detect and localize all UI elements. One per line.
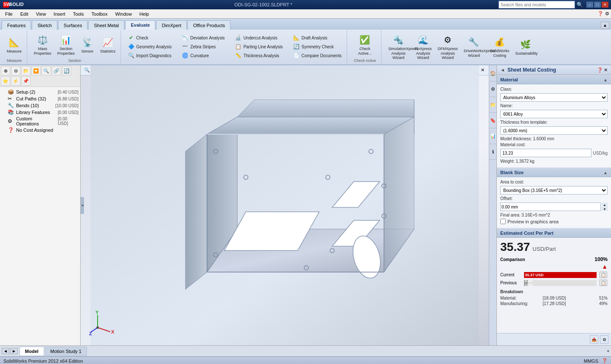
thickness-select[interactable]: (1.6000 mm) (2.0000 mm) (3.0000 mm) bbox=[500, 126, 608, 135]
rsi-chart[interactable]: 📊 bbox=[489, 129, 497, 144]
rsi-bookmark[interactable]: 🔖 bbox=[489, 113, 497, 128]
rsi-home[interactable]: 🏠 bbox=[489, 66, 497, 81]
menu-tools[interactable]: Tools bbox=[70, 9, 87, 19]
material-section-header[interactable]: Material ▲ bbox=[497, 75, 611, 84]
close-button[interactable]: ✕ bbox=[602, 2, 608, 8]
rp-export-btn[interactable]: 📤 bbox=[590, 335, 598, 344]
btn-dfmxpress[interactable]: ⚙ DFMXpressAnalysisWizard bbox=[436, 32, 460, 61]
search-input[interactable] bbox=[499, 1, 575, 8]
tab-features[interactable]: Features bbox=[2, 20, 31, 30]
rsi-folder[interactable]: 📁 bbox=[489, 97, 497, 113]
btn-import-diagnostics[interactable]: 🔍 Import Diagnostics bbox=[126, 51, 173, 60]
rp-close-icon[interactable]: ✕ bbox=[604, 67, 608, 73]
lt-btn-star[interactable]: ⭐ bbox=[1, 76, 10, 86]
menu-edit[interactable]: Edit bbox=[17, 9, 32, 19]
menu-insert[interactable]: Insert bbox=[50, 9, 69, 19]
lt-btn-link[interactable]: 🔗 bbox=[52, 66, 61, 75]
tab-add-icon[interactable]: + bbox=[607, 349, 609, 353]
panel-collapse-handle[interactable]: ◄ bbox=[81, 197, 84, 214]
rp-back-icon[interactable]: ◄ bbox=[500, 67, 505, 72]
tab-dimxpert[interactable]: DimXpert bbox=[156, 20, 187, 30]
btn-undercut-analysis[interactable]: 🔬 Undercut Analysis bbox=[233, 33, 285, 42]
btn-statistics[interactable]: 📈 Statistics bbox=[98, 35, 117, 55]
copy-current-icon[interactable]: 📋 bbox=[600, 272, 607, 278]
help-icon[interactable]: ❓ bbox=[597, 11, 603, 17]
menu-toolbox[interactable]: Toolbox bbox=[88, 9, 111, 19]
maximize-button[interactable]: □ bbox=[594, 2, 601, 8]
lt-btn-expand[interactable]: ⊕ bbox=[1, 66, 10, 75]
btn-thickness-analysis[interactable]: 📏 Thickness Analysis bbox=[233, 51, 285, 60]
preview-checkbox[interactable] bbox=[500, 219, 506, 224]
tab-sheet-metal[interactable]: Sheet Metal bbox=[88, 20, 124, 30]
analysis-col-1: ✔ Check 🔷 Geometry Analysis 🔍 Import Dia… bbox=[126, 31, 173, 62]
lt-btn-folder[interactable]: 📁 bbox=[21, 66, 31, 75]
copy-previous-icon[interactable]: 📋 bbox=[600, 280, 607, 286]
btn-check-active[interactable]: ✅ CheckActive... bbox=[352, 32, 378, 57]
rsi-settings[interactable]: ⚙ bbox=[489, 82, 497, 97]
btn-mass-properties[interactable]: ⚖️ MassProperties bbox=[32, 32, 53, 57]
offset-up[interactable]: ▲ bbox=[602, 203, 608, 207]
area-select[interactable]: Bounding Box (3.16E+5 mm^2) Actual Area … bbox=[500, 186, 608, 195]
btn-section-properties[interactable]: 📊 SectionProperties bbox=[56, 32, 76, 57]
tree-item[interactable]: 🔧 Bends (10) [10.00 USD] bbox=[0, 102, 80, 109]
btn-driveworks[interactable]: 🔧 DriveWorksXpressWizard bbox=[462, 34, 486, 59]
lt-btn-search[interactable]: 🔍 bbox=[42, 66, 51, 75]
ribbon-collapse-icon[interactable]: ▲ bbox=[601, 22, 609, 29]
options-icon[interactable]: ⚙ bbox=[605, 11, 609, 17]
btn-simulationxpress[interactable]: 🔩 SimulationXpressAnalysisWizard bbox=[387, 32, 410, 61]
rp-settings-btn[interactable]: ⚙ bbox=[600, 335, 608, 344]
btn-floxpress[interactable]: 🌊 FloXpressAnalysisWizard bbox=[413, 32, 434, 61]
lt-btn-lightning[interactable]: ⚡ bbox=[11, 76, 20, 86]
btn-parting-line[interactable]: 📋 Parting Line Analysis bbox=[233, 42, 285, 51]
btn-costing-label: SolidWorksCosting bbox=[490, 49, 509, 58]
tree-item[interactable]: ❓ No Cost Assigned bbox=[0, 127, 80, 133]
btn-measure[interactable]: 📐 Measure bbox=[5, 35, 23, 55]
btn-check[interactable]: ✔ Check bbox=[126, 33, 173, 42]
btn-geometry-analysis[interactable]: 🔷 Geometry Analysis bbox=[126, 42, 173, 51]
btn-compare-docs[interactable]: 📄 Compare Documents bbox=[291, 51, 343, 60]
btn-symmetry-check[interactable]: 🔄 Symmetry Check bbox=[291, 42, 343, 51]
svg-text:SOLIDWORKS: SOLIDWORKS bbox=[9, 2, 24, 7]
main-area: ⊕ ⊖ 📁 🔽 🔍 🔗 🔄 ⭐ ⚡ 📌 📦 Setup (2) [0.40 US… bbox=[0, 65, 611, 345]
btn-curvature[interactable]: 🌀 Curvature bbox=[180, 51, 226, 60]
menu-help[interactable]: Help bbox=[136, 9, 153, 19]
btn-costing[interactable]: 💰 SolidWorksCosting bbox=[488, 34, 511, 59]
nav-left[interactable]: ◄ bbox=[2, 348, 9, 354]
tab-surfaces[interactable]: Surfaces bbox=[58, 20, 87, 30]
minimize-button[interactable]: − bbox=[586, 2, 593, 8]
nav-right[interactable]: ► bbox=[10, 348, 18, 354]
menu-file[interactable]: File bbox=[2, 9, 16, 19]
lt-btn-pin[interactable]: 📌 bbox=[21, 76, 31, 86]
class-select[interactable]: Aluminium Alloys Steel Stainless Steel bbox=[500, 93, 608, 102]
tab-office-products[interactable]: Office Products bbox=[188, 20, 230, 30]
tree-item[interactable]: ⚙ Custom Operations [0.00 USD] bbox=[0, 116, 80, 127]
tab-sketch[interactable]: Sketch bbox=[32, 20, 57, 30]
tree-item[interactable]: 📦 Setup (2) [0.40 USD] bbox=[0, 89, 80, 95]
rp-help-icon[interactable]: ❓ bbox=[597, 67, 603, 73]
rsi-info[interactable]: ℹ bbox=[489, 144, 497, 160]
offset-input[interactable] bbox=[500, 203, 601, 211]
viewport[interactable]: 🔍 🔎 🔄 ✋ ⬜ 🔲 ⬡ ✂ 🎨 💡 🌄 ⋯ ⊟ ⊞ ⊠ ⛶ ✕ bbox=[81, 65, 489, 345]
btn-sensor[interactable]: 📡 Sensor bbox=[79, 35, 96, 55]
name-select[interactable]: 6061 Alloy 5052-H32 3003-H14 bbox=[500, 110, 608, 118]
lt-btn-rotate[interactable]: 🔄 bbox=[62, 66, 71, 75]
btn-deviation-analysis[interactable]: 📉 Deviation Analysis bbox=[180, 33, 226, 42]
status-help[interactable]: ❓ bbox=[602, 358, 608, 364]
menu-window[interactable]: Window bbox=[112, 9, 135, 19]
blank-size-header[interactable]: Blank Size ▲ bbox=[497, 168, 611, 177]
tab-model[interactable]: Model bbox=[20, 347, 44, 356]
offset-down[interactable]: ▼ bbox=[602, 207, 608, 211]
btn-draft-analysis[interactable]: 📐 Draft Analysis bbox=[291, 33, 343, 42]
search-icon[interactable]: 🔍 bbox=[577, 2, 583, 8]
lt-btn-collapse[interactable]: ⊖ bbox=[11, 66, 20, 75]
tab-motion-study[interactable]: Motion Study 1 bbox=[45, 347, 87, 356]
btn-zebra-stripes[interactable]: 〰 Zebra Stripes bbox=[180, 42, 226, 51]
tab-evaluate[interactable]: Evaluate bbox=[125, 20, 155, 30]
tree-item[interactable]: 📚 Library Features [0.00 USD] bbox=[0, 109, 80, 116]
btn-sustainability[interactable]: 🌿 Sustainability bbox=[513, 37, 537, 57]
material-cost-input[interactable] bbox=[500, 149, 591, 157]
lt-btn-filter[interactable]: 🔽 bbox=[31, 66, 41, 75]
tree-item[interactable]: ✂ Cut Paths (32) [6.88 USD] bbox=[0, 95, 80, 102]
menu-view[interactable]: View bbox=[33, 9, 50, 19]
estimated-cost-header[interactable]: Estimated Cost Per Part bbox=[497, 228, 611, 238]
